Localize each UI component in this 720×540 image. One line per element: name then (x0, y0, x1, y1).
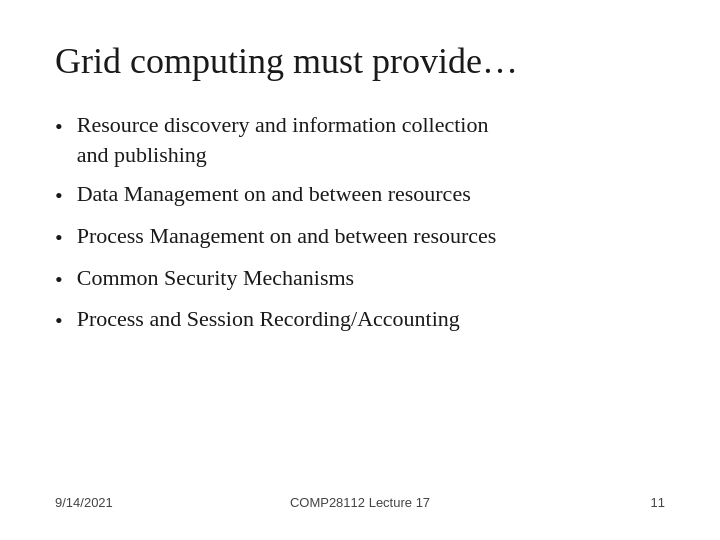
list-item: • Process Management on and between reso… (55, 221, 665, 253)
bullet-dot: • (55, 223, 63, 253)
footer-date: 9/14/2021 (55, 495, 258, 510)
bullet-text: Common Security Mechanisms (77, 263, 665, 293)
slide: Grid computing must provide… • Resource … (0, 0, 720, 540)
list-item: • Process and Session Recording/Accounti… (55, 304, 665, 336)
bullet-text: Data Management on and between resources (77, 179, 665, 209)
bullet-text: Resource discovery and information colle… (77, 110, 665, 169)
bullet-text: Process and Session Recording/Accounting (77, 304, 665, 334)
list-item: • Common Security Mechanisms (55, 263, 665, 295)
bullet-dot: • (55, 112, 63, 142)
bullet-text: Process Management on and between resour… (77, 221, 665, 251)
bullet-dot: • (55, 181, 63, 211)
bullet-dot: • (55, 265, 63, 295)
list-item: • Data Management on and between resourc… (55, 179, 665, 211)
bullet-dot: • (55, 306, 63, 336)
footer-title: COMP28112 Lecture 17 (258, 495, 461, 510)
slide-footer: 9/14/2021 COMP28112 Lecture 17 11 (55, 485, 665, 510)
list-item: • Resource discovery and information col… (55, 110, 665, 169)
footer-page: 11 (462, 495, 665, 510)
slide-title: Grid computing must provide… (55, 40, 665, 82)
bullet-list: • Resource discovery and information col… (55, 110, 665, 485)
